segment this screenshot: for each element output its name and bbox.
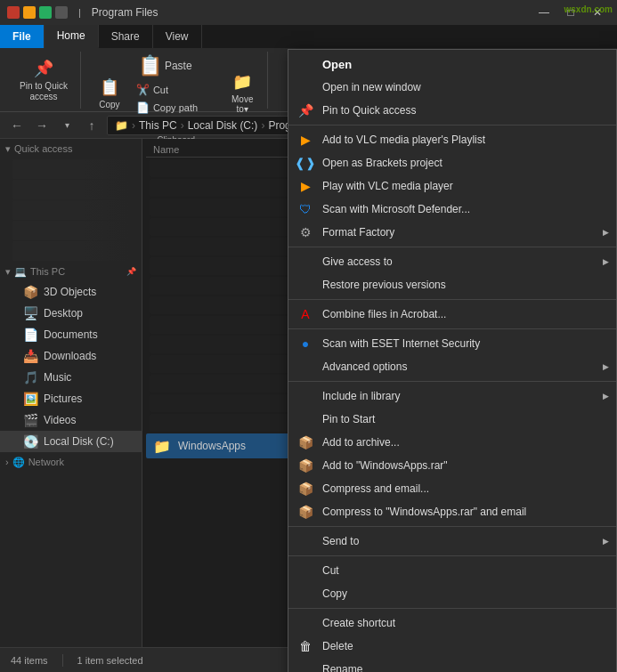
cm-open-new-window[interactable]: Open in new window bbox=[288, 76, 616, 99]
cm-defender-icon: 🛡 bbox=[297, 201, 313, 217]
context-menu[interactable]: Open Open in new window 📌 Pin to Quick a… bbox=[288, 49, 617, 672]
forward-button[interactable]: → bbox=[32, 116, 52, 135]
ribbon-group-pin: 📌 Pin to Quickaccess bbox=[7, 52, 81, 109]
copy-path-button[interactable]: 📄 Copy path bbox=[133, 100, 219, 116]
cm-library-icon bbox=[297, 388, 313, 404]
cm-vlc-play-icon: ▶ bbox=[297, 178, 313, 194]
blurred-item-2 bbox=[12, 180, 129, 199]
cm-restore-versions[interactable]: Restore previous versions bbox=[288, 273, 616, 296]
minimize-button[interactable]: — bbox=[532, 4, 556, 21]
sidebar-item-3dobjects[interactable]: 📦 3D Objects bbox=[0, 281, 142, 303]
cm-compress-icon: 📦 bbox=[297, 481, 313, 497]
cm-delete[interactable]: 🗑 Delete bbox=[288, 635, 616, 658]
network-header[interactable]: › 🌐 Network bbox=[0, 452, 142, 472]
back-button[interactable]: ← bbox=[7, 116, 27, 135]
sidebar-item-desktop[interactable]: 🖥️ Desktop bbox=[0, 303, 142, 324]
cm-compress-rar-label: Compress to "WindowsApps.rar" and email bbox=[322, 506, 607, 518]
tab-view[interactable]: View bbox=[153, 25, 202, 48]
cm-give-access[interactable]: Give access to bbox=[288, 250, 616, 273]
sidebar-item-music[interactable]: 🎵 Music bbox=[0, 367, 142, 388]
title-bar-divider: | bbox=[78, 7, 81, 18]
cm-include-library[interactable]: Include in library bbox=[288, 385, 616, 408]
paste-icon: 📋 bbox=[138, 53, 163, 78]
cm-advanced-options[interactable]: Advanced options bbox=[288, 355, 616, 378]
network-label: Network bbox=[28, 457, 64, 467]
cm-scan-eset[interactable]: ● Scan with ESET Internet Security bbox=[288, 332, 616, 355]
sidebar-item-videos[interactable]: 🎬 Videos bbox=[0, 409, 142, 431]
status-divider bbox=[62, 654, 63, 667]
path-sep-3: › bbox=[261, 119, 264, 132]
cm-format-label: Format Factory bbox=[322, 226, 607, 239]
quick-access-header[interactable]: ▾ Quick access bbox=[0, 139, 142, 158]
cm-rename[interactable]: Rename bbox=[288, 658, 616, 672]
cm-shortcut-icon bbox=[297, 615, 313, 631]
desktop-icon: 🖥️ bbox=[23, 306, 38, 320]
cm-open-new-window-label: Open in new window bbox=[322, 81, 607, 93]
downloads-icon: 📥 bbox=[23, 349, 38, 363]
cm-sendto-label: Send to bbox=[322, 535, 607, 547]
cm-create-shortcut[interactable]: Create shortcut bbox=[288, 611, 616, 635]
cm-pin-start-icon bbox=[297, 411, 313, 427]
title-bar-icons bbox=[7, 6, 68, 19]
pin-quick-access-button[interactable]: 📌 Pin to Quickaccess bbox=[14, 56, 73, 104]
sidebar-item-downloads[interactable]: 📥 Downloads bbox=[0, 345, 142, 367]
path-sep-2: › bbox=[181, 119, 184, 132]
cm-pin-label: Pin to Quick access bbox=[322, 104, 607, 117]
cm-rar-label: Add to "WindowsApps.rar" bbox=[322, 459, 607, 472]
network-icon: 🌐 bbox=[12, 457, 25, 468]
cm-brackets-icon: ❰❱ bbox=[297, 155, 313, 171]
cm-delete-icon: 🗑 bbox=[297, 638, 313, 654]
music-icon: 🎵 bbox=[23, 370, 38, 385]
cm-open[interactable]: Open bbox=[288, 53, 616, 76]
cm-rar-icon: 📦 bbox=[297, 457, 313, 474]
cm-scan-defender[interactable]: 🛡 Scan with Microsoft Defender... bbox=[288, 198, 616, 221]
cm-sep-1 bbox=[288, 247, 616, 247]
cm-play-vlc[interactable]: ▶ Play with VLC media player bbox=[288, 174, 616, 198]
localdisk-label: Local Disk (C:) bbox=[44, 435, 134, 448]
cm-compress-rar-email[interactable]: 📦 Compress to "WindowsApps.rar" and emai… bbox=[288, 500, 616, 523]
cm-pin-quick-access[interactable]: 📌 Pin to Quick access bbox=[288, 99, 616, 122]
paste-button[interactable]: 📋 Paste bbox=[133, 52, 219, 80]
path-folder-icon: 📁 bbox=[115, 119, 128, 132]
cm-copy[interactable]: Copy bbox=[288, 582, 616, 605]
tab-share[interactable]: Share bbox=[99, 25, 153, 48]
cm-give-access-label: Give access to bbox=[322, 255, 607, 268]
documents-icon: 📄 bbox=[23, 328, 38, 342]
cm-add-archive[interactable]: 📦 Add to archive... bbox=[288, 431, 616, 454]
tab-home[interactable]: Home bbox=[45, 25, 99, 48]
watermark: wsxdn.com bbox=[564, 4, 613, 14]
ribbon-group-pin-items: 📌 Pin to Quickaccess bbox=[14, 52, 73, 109]
cm-cut[interactable]: Cut bbox=[288, 559, 616, 582]
path-sep-1: › bbox=[132, 119, 135, 132]
selected-count: 1 item selected bbox=[77, 655, 143, 666]
ribbon-group-copy: 📋 Copy 📋 Paste ✂️ Cut 📄 Copy path bbox=[85, 52, 268, 109]
sidebar-item-documents[interactable]: 📄 Documents bbox=[0, 324, 142, 345]
move-to-button[interactable]: 📁 Moveto▾ bbox=[224, 69, 260, 116]
cm-archive-icon: 📦 bbox=[297, 434, 313, 450]
cm-open-brackets[interactable]: ❰❱ Open as Brackets project bbox=[288, 151, 616, 174]
cut-button[interactable]: ✂️ Cut bbox=[133, 82, 219, 98]
sidebar-item-pictures[interactable]: 🖼️ Pictures bbox=[0, 388, 142, 409]
this-pc-header[interactable]: ▾ 💻 This PC 📌 bbox=[0, 262, 142, 281]
cm-add-windowsapps-rar[interactable]: 📦 Add to "WindowsApps.rar" bbox=[288, 454, 616, 477]
videos-label: Videos bbox=[44, 414, 134, 426]
tab-file[interactable]: File bbox=[0, 25, 45, 48]
cm-compress-email[interactable]: 📦 Compress and email... bbox=[288, 477, 616, 500]
sidebar-item-localdisk[interactable]: 💽 Local Disk (C:) bbox=[0, 431, 142, 452]
chevron-down-icon-thispc: ▾ bbox=[5, 266, 11, 278]
cm-copy-label: Copy bbox=[322, 587, 607, 600]
cm-add-vlc-playlist[interactable]: ▶ Add to VLC media player's Playlist bbox=[288, 128, 616, 151]
copy-icon: 📋 bbox=[99, 77, 120, 98]
pin-thispc-icon: 📌 bbox=[126, 267, 136, 276]
cm-open-icon bbox=[297, 56, 313, 72]
cm-pin-start[interactable]: Pin to Start bbox=[288, 408, 616, 431]
cm-combine-acrobat[interactable]: A Combine files in Acrobat... bbox=[288, 303, 616, 326]
copy-button[interactable]: 📋 Copy bbox=[92, 75, 127, 111]
recent-button[interactable]: ▾ bbox=[57, 116, 77, 135]
cm-send-to[interactable]: Send to bbox=[288, 530, 616, 553]
up-button[interactable]: ↑ bbox=[82, 116, 101, 135]
cm-restore-label: Restore previous versions bbox=[322, 279, 607, 291]
item-count: 44 items bbox=[11, 655, 48, 666]
cm-format-factory[interactable]: ⚙ Format Factory bbox=[288, 221, 616, 244]
cm-sep-6 bbox=[288, 555, 616, 556]
